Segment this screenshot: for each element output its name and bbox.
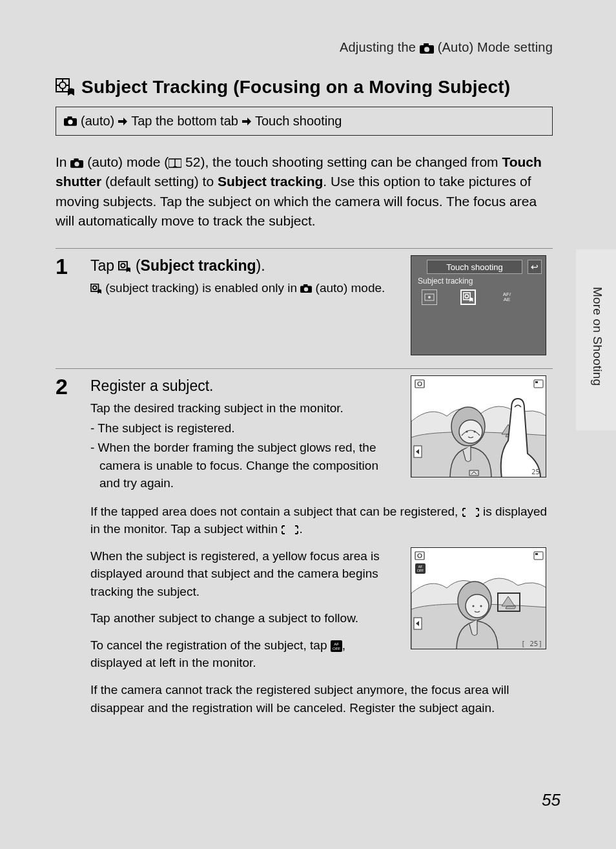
focus-brackets-icon: [281, 525, 299, 535]
svg-rect-26: [464, 293, 471, 300]
step-body: Tap (Subject tracking). (subject trackin…: [90, 255, 395, 355]
step1-head-bold: Subject tracking: [141, 257, 256, 274]
camera-menu-screen: Touch shooting ↩ Subject tracking AF/AE: [411, 255, 546, 355]
nav-p2: Tap the bottom tab: [131, 114, 238, 129]
step2-line1: Tap the desired tracking subject in the …: [90, 399, 398, 417]
intro-bold2: Subject tracking: [218, 174, 323, 189]
step-heading: Register a subject.: [90, 375, 398, 397]
svg-point-2: [424, 47, 429, 52]
content-area: Adjusting the (Auto) Mode setting Subjec…: [56, 40, 553, 717]
step1-head-prefix: Tap: [90, 257, 118, 274]
svg-rect-19: [91, 284, 98, 291]
svg-text:25: 25: [531, 468, 540, 476]
step-heading: Tap (Subject tracking).: [90, 255, 395, 277]
svg-text:AF: AF: [334, 642, 339, 646]
camera-icon: [64, 116, 77, 126]
subject-tracking-icon: [56, 78, 75, 96]
menu-subtitle: Subject tracking: [418, 277, 473, 286]
camera-monitor-illustration: AFOFF [ 25]: [411, 547, 546, 649]
step2-bullets: The subject is registered. When the bord…: [90, 419, 398, 492]
svg-rect-22: [303, 284, 308, 286]
svg-point-11: [68, 120, 72, 124]
nav-p3: Touch shooting: [255, 114, 342, 129]
svg-point-18: [121, 264, 125, 267]
nav-p1: (auto): [81, 114, 114, 129]
running-head-suffix: (Auto) Mode setting: [438, 40, 553, 54]
p5a: To cancel the registration of the subjec…: [90, 638, 331, 652]
p2a: If the tapped area does not contain a su…: [90, 505, 462, 518]
camera-icon: [70, 158, 83, 168]
svg-text:OFF: OFF: [333, 647, 340, 651]
svg-text:OFF: OFF: [417, 569, 424, 572]
intro-t2: (auto) mode (: [87, 154, 169, 169]
step-note: (subject tracking) is enabled only in (a…: [90, 279, 395, 297]
page-number: 55: [542, 790, 560, 810]
svg-point-32: [474, 430, 476, 432]
step-2: 2 Register a subject. Tap the desired tr…: [56, 368, 553, 717]
camera-monitor-illustration: 25: [411, 375, 546, 477]
svg-rect-36: [535, 381, 538, 383]
page: More on Shooting Adjusting the (Auto) Mo…: [0, 0, 616, 849]
svg-point-48: [480, 605, 482, 607]
running-head: Adjusting the (Auto) Mode setting: [56, 40, 553, 55]
navigation-path: (auto) Tap the bottom tab Touch shooting: [56, 107, 553, 136]
svg-rect-1: [424, 43, 429, 46]
camera-icon: [300, 284, 312, 293]
step2-figure-2: AFOFF [ 25]: [411, 547, 553, 672]
svg-rect-13: [74, 158, 79, 161]
svg-point-31: [466, 430, 468, 432]
step2-p5: To cancel the registration of the subjec…: [90, 636, 395, 672]
step1-figure: Touch shooting ↩ Subject tracking AF/AE: [411, 255, 553, 355]
subject-tracking-option-icon: [460, 289, 476, 305]
svg-rect-17: [119, 261, 127, 269]
p2c: .: [299, 522, 302, 536]
side-tab-label: More on Shooting: [590, 287, 604, 386]
step-number: 2: [56, 375, 81, 717]
intro-t1: In: [56, 154, 70, 169]
step2-p4: Tap another subject to change a subject …: [90, 609, 395, 627]
cancel-tracking-icon: AFOFF: [331, 640, 342, 652]
arrow-right-icon: [118, 117, 127, 126]
page-title: Subject Tracking (Focusing on a Moving S…: [56, 77, 553, 98]
intro-t4: (default setting) to: [101, 174, 218, 189]
svg-point-20: [93, 286, 97, 289]
step1-paren-close: ).: [256, 257, 265, 274]
running-head-prefix: Adjusting the: [340, 40, 420, 54]
step2-p3: When the subject is registered, a yellow…: [90, 547, 395, 601]
step1-paren-open: (: [136, 257, 141, 274]
step1-note1: (subject tracking) is enabled only in: [105, 281, 300, 295]
svg-rect-10: [67, 116, 72, 119]
book-ref-icon: [169, 158, 181, 168]
subject-tracking-icon: [90, 284, 102, 294]
svg-point-30: [459, 420, 482, 443]
step-1: 1 Tap (Subject tracking). (subject track…: [56, 248, 553, 368]
bullet-item: The subject is registered.: [99, 419, 398, 437]
step-body: Register a subject. Tap the desired trac…: [90, 375, 553, 717]
step2-p2: If the tapped area does not contain a su…: [90, 503, 553, 538]
bullet-item: When the border framing the subject glow…: [99, 439, 398, 492]
svg-point-23: [304, 288, 309, 292]
svg-rect-38: [469, 470, 478, 476]
svg-point-14: [75, 162, 79, 166]
title-text: Subject Tracking (Focusing on a Moving S…: [81, 77, 510, 98]
svg-point-46: [466, 594, 489, 618]
step2-figure-1: 25: [411, 375, 553, 494]
svg-text:[   25]: [ 25]: [521, 640, 542, 648]
subject-tracking-icon: [118, 261, 131, 273]
intro-t3: 52), the touch shooting setting can be c…: [181, 154, 502, 169]
af-ae-option-icon: AF/AE: [499, 289, 515, 305]
step1-note2: (auto) mode.: [316, 281, 385, 295]
intro-paragraph: In (auto) mode ( 52), the touch shooting…: [56, 152, 553, 231]
step2-p6: If the camera cannot track the registere…: [90, 681, 553, 717]
svg-point-47: [473, 605, 475, 607]
step2-lower-block: When the subject is registered, a yellow…: [90, 547, 553, 672]
svg-point-25: [428, 296, 431, 299]
menu-header: Touch shooting: [427, 260, 522, 274]
touch-shutter-option-icon: [422, 289, 437, 305]
svg-point-4: [59, 82, 66, 89]
back-icon: ↩: [528, 260, 542, 274]
svg-rect-55: [535, 553, 538, 555]
menu-options-row: AF/AE: [418, 288, 539, 306]
focus-brackets-icon: [462, 507, 480, 518]
camera-icon: [420, 43, 434, 54]
